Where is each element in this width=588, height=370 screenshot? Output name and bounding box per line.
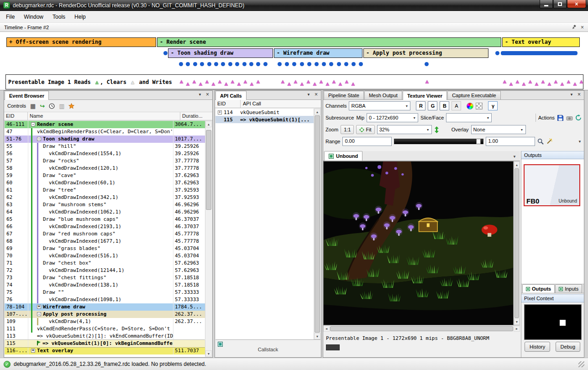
write-marker-triangle[interactable]: ▲ xyxy=(293,78,299,84)
write-marker-triangle[interactable]: ▲ xyxy=(508,81,514,87)
event-row-63[interactable]: 63Draw "mushroom stems"46.96296 xyxy=(5,201,205,208)
panel-menu-icon[interactable]: ▼ xyxy=(198,93,202,97)
write-marker-triangle[interactable]: ▲ xyxy=(217,78,223,84)
event-row-74[interactable]: 74vkCmdDrawIndexed(138,1)57.18518 xyxy=(5,281,205,289)
menu-tools[interactable]: Tools xyxy=(48,11,70,22)
write-marker-triangle[interactable]: ▲ xyxy=(280,78,286,84)
timeline-event-dot[interactable] xyxy=(292,62,296,66)
timeline-bar-text-overlay[interactable]: - Text overlay xyxy=(502,37,580,47)
range-max-field[interactable]: 1.00 xyxy=(486,137,535,146)
maximize-button[interactable] xyxy=(553,0,567,8)
color-wheel-icon[interactable] xyxy=(467,103,473,109)
zoom-range-icon[interactable] xyxy=(537,138,544,145)
write-marker-triangle[interactable]: ▲ xyxy=(424,78,430,84)
autofit-wand-icon[interactable] xyxy=(546,138,552,145)
write-marker-triangle[interactable]: ▲ xyxy=(185,81,191,87)
timeline-event-dot[interactable] xyxy=(249,62,253,66)
event-row-59[interactable]: 59Draw "cave"37.62963 xyxy=(5,172,205,179)
write-marker-triangle[interactable]: ▲ xyxy=(230,78,236,84)
panel-close-icon[interactable]: × xyxy=(578,91,581,98)
write-marker-triangle[interactable]: ▲ xyxy=(242,78,249,84)
write-marker-triangle[interactable]: ▲ xyxy=(344,78,350,84)
fb0-thumbnail[interactable]: FB0 Unbound xyxy=(524,164,580,206)
panel-menu-icon[interactable]: ▼ xyxy=(307,93,310,97)
write-marker-triangle[interactable]: ▲ xyxy=(559,81,566,87)
tab-texture-viewer[interactable]: Texture Viewer xyxy=(403,91,447,100)
timeline-event-dot[interactable] xyxy=(307,62,311,66)
timeline-dock-header[interactable]: Timeline - Frame #2 × xyxy=(0,23,588,32)
timeline-event-dot[interactable] xyxy=(359,62,363,66)
zoom-1to1-button[interactable]: 1:1 xyxy=(341,125,354,134)
event-row-75[interactable]: 75Draw ""57.33333 xyxy=(5,289,205,296)
pin-icon[interactable] xyxy=(572,25,577,30)
event-row-62[interactable]: 62vkCmdDrawIndexed(342,1)37.92593 xyxy=(5,194,205,201)
panel-close-icon[interactable]: × xyxy=(315,91,318,98)
event-row-68[interactable]: 68vkCmdDrawIndexed(1677,1)45.77778 xyxy=(5,238,205,245)
write-marker-triangle[interactable]: ▲ xyxy=(325,81,331,87)
write-marker-triangle[interactable]: ▲ xyxy=(572,81,578,87)
mip-combo[interactable]: 0 - 1272x690▼ xyxy=(367,113,418,122)
event-row-46-111[interactable]: 46-111-Render scene3064.7... xyxy=(5,121,205,128)
write-marker-triangle[interactable]: ▲ xyxy=(223,81,230,87)
write-marker-triangle[interactable]: ▲ xyxy=(578,78,585,84)
texture-hscrollbar[interactable]: ◄ ► xyxy=(323,325,520,332)
timeline-bar-offscreen[interactable]: + Off-screen scene rendering xyxy=(6,37,156,47)
event-row-72[interactable]: 72vkCmdDrawIndexed(12144,1)57.62963 xyxy=(5,267,205,274)
tab-api-calls[interactable]: API Calls xyxy=(215,91,247,100)
range-slider[interactable] xyxy=(394,139,483,144)
tab-pipeline-state[interactable]: Pipeline State xyxy=(324,91,364,99)
write-marker-triangle[interactable]: ▲ xyxy=(502,78,508,84)
timeline-event-dot[interactable] xyxy=(228,62,232,66)
write-marker-cluster[interactable]: ▲ xyxy=(424,78,430,84)
write-marker-triangle[interactable]: ▲ xyxy=(191,78,198,84)
expander-minus[interactable]: - xyxy=(31,122,35,126)
event-row-47[interactable]: 47vkCmdBeginRenderPass(C=Clear, D=Clear,… xyxy=(5,128,205,135)
event-row-115[interactable]: 115=> vkQueueSubmit(1)[0]: vkBeginComman… xyxy=(5,340,205,347)
event-row-69[interactable]: 69Draw "grass blades"45.03704 xyxy=(5,245,205,252)
api-row-114[interactable]: +114vkQueueSubmit xyxy=(215,109,314,116)
timeline-event-dot[interactable] xyxy=(315,62,319,66)
history-button[interactable]: History xyxy=(525,342,550,352)
write-marker-triangle[interactable]: ▲ xyxy=(178,78,185,84)
timeline-bar-wireframe[interactable]: - Wireframe draw xyxy=(274,48,362,58)
timeline-event-dot[interactable] xyxy=(322,62,326,66)
stats-grid-icon[interactable]: ▦ xyxy=(30,103,36,109)
bookmark-icon[interactable] xyxy=(68,103,74,109)
timeline-event-dot[interactable] xyxy=(285,62,289,66)
event-row-70[interactable]: 70vkCmdDrawIndexed(516,1)45.03704 xyxy=(5,252,205,260)
write-marker-cluster[interactable]: ▲▲▲▲▲▲▲▲▲▲▲▲ xyxy=(280,78,357,84)
write-marker-triangle[interactable]: ▲ xyxy=(210,81,217,87)
write-marker-triangle[interactable]: ▲ xyxy=(305,78,312,84)
write-marker-triangle[interactable]: ▲ xyxy=(204,78,210,84)
timeline-event-dot[interactable] xyxy=(179,62,183,66)
write-marker-triangle[interactable]: ▲ xyxy=(514,78,521,84)
write-marker-triangle[interactable]: ▲ xyxy=(249,81,255,87)
timeline-event-dot[interactable] xyxy=(242,62,247,66)
debug-button[interactable]: Debug xyxy=(556,342,580,352)
write-marker-triangle[interactable]: ▲ xyxy=(553,78,559,84)
timeline-event-dot[interactable] xyxy=(256,62,260,66)
event-row-73[interactable]: 73Draw "chest fittings"57.18518 xyxy=(5,274,205,281)
timeline-event-dot[interactable] xyxy=(352,62,356,66)
tab-inputs[interactable]: Inputs xyxy=(555,284,582,293)
texture-tab-unbound[interactable]: Unbound xyxy=(324,151,362,161)
event-row-67[interactable]: 67Draw "red mushroom caps"45.77778 xyxy=(5,230,205,238)
write-marker-triangle[interactable]: ▲ xyxy=(527,78,534,84)
event-row-116-...[interactable]: 116-...+Text overlay511.7037 xyxy=(5,347,205,354)
expander-plus[interactable]: + xyxy=(31,349,35,353)
write-marker-triangle[interactable]: ▲ xyxy=(521,81,527,87)
timeline-event-dot[interactable] xyxy=(200,62,204,66)
timeline-close-icon[interactable]: × xyxy=(581,24,584,31)
write-marker-triangle[interactable]: ▲ xyxy=(236,81,242,87)
event-row-107-...[interactable]: 107-...-Apply post processing262.37... xyxy=(5,311,205,318)
write-marker-triangle[interactable]: ▲ xyxy=(337,81,344,87)
timeline-event-dot[interactable] xyxy=(278,62,282,66)
channel-g-button[interactable]: G xyxy=(428,101,437,110)
panel-close-icon[interactable]: × xyxy=(206,91,209,98)
timeline-event-dot[interactable] xyxy=(263,62,268,66)
api-row-115[interactable]: 115=> vkQueueSubmit(1)[... xyxy=(215,116,314,123)
api-calls-vscrollbar[interactable]: ▲ ▼ xyxy=(314,109,320,339)
event-row-66[interactable]: 66vkCmdDrawIndexed(2193,1)46.37037 xyxy=(5,223,205,230)
event-row-71[interactable]: 71Draw "chest box"57.62963 xyxy=(5,260,205,267)
write-marker-cluster[interactable]: ▲▲▲▲▲▲▲▲▲▲▲▲▲ xyxy=(502,78,585,84)
